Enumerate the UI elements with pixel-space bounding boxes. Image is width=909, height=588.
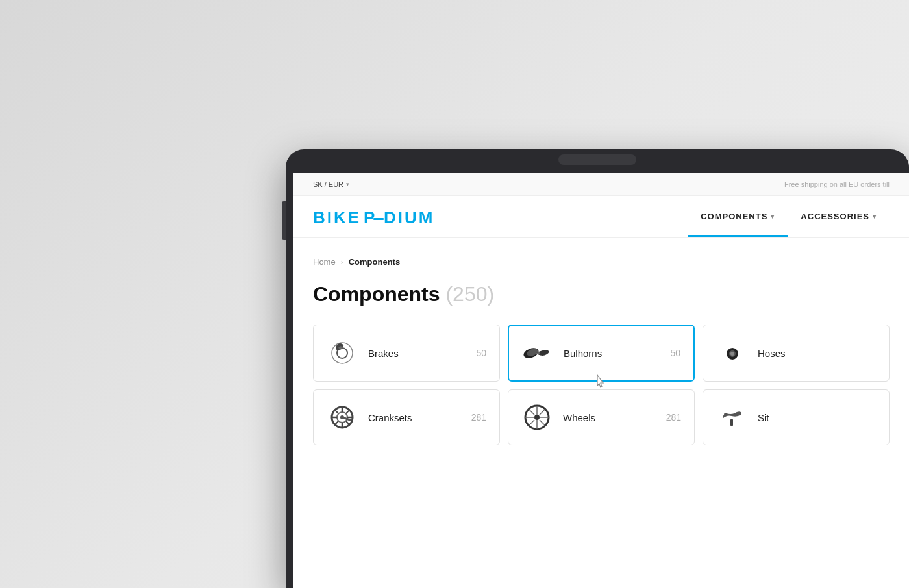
svg-line-29 [529, 409, 534, 415]
bulhorns-info: Bulhorns 50 [564, 348, 680, 359]
hoses-name: Hoses [758, 348, 786, 359]
logo[interactable]: BIKE P DIUM [313, 205, 436, 228]
category-card-cranksets[interactable]: Cranksets 281 [313, 389, 500, 445]
free-shipping-banner: Free shipping on all EU orders till [784, 180, 890, 188]
cranksets-icon [327, 402, 358, 433]
page-title: Components (250) [313, 282, 890, 306]
svg-line-32 [529, 420, 534, 426]
category-card-hoses[interactable]: Hoses [703, 325, 890, 382]
svg-text:DIUM: DIUM [384, 208, 434, 227]
nav-label-components: COMPONENTS [701, 212, 767, 221]
sit-name: Sit [758, 412, 769, 423]
nav-bar: BIKE P DIUM COMPONENTS ▾ ACCESSORIES ▾ [293, 196, 909, 238]
bulhorns-count: 50 [670, 348, 680, 358]
brakes-name: Brakes [368, 348, 399, 359]
brakes-count: 50 [476, 348, 486, 358]
tablet-screen: SK / EUR ▾ Free shipping on all EU order… [293, 173, 909, 588]
locale-chevron: ▾ [346, 181, 349, 188]
brakes-svg [328, 339, 356, 367]
page-title-count: (250) [445, 282, 494, 306]
svg-line-30 [540, 420, 545, 426]
hoses-svg [717, 339, 746, 367]
bulhorns-icon [522, 337, 553, 369]
brakes-icon [327, 337, 358, 369]
locale-selector[interactable]: SK / EUR ▾ [313, 180, 349, 188]
hoses-info: Hoses [758, 348, 876, 359]
brakes-info: Brakes 50 [368, 348, 486, 359]
components-chevron: ▾ [771, 213, 775, 220]
nav-item-components[interactable]: COMPONENTS ▾ [688, 196, 788, 237]
svg-line-19 [346, 421, 350, 425]
nav-item-accessories[interactable]: ACCESSORIES ▾ [788, 196, 890, 237]
locale-label: SK / EUR [313, 180, 343, 188]
main-content: Home › Components Components (250) [293, 238, 909, 465]
sit-icon [716, 402, 747, 433]
category-card-brakes[interactable]: Brakes 50 [313, 325, 500, 382]
svg-point-24 [534, 415, 540, 420]
svg-line-20 [346, 410, 350, 413]
tablet-frame: SK / EUR ▾ Free shipping on all EU order… [286, 149, 909, 588]
svg-rect-33 [730, 419, 733, 426]
bulhorns-svg [522, 339, 553, 367]
cranksets-count: 281 [471, 412, 486, 423]
hoses-icon [716, 337, 747, 369]
nav-label-accessories: ACCESSORIES [801, 212, 869, 221]
wheels-icon [521, 402, 553, 433]
category-card-wheels[interactable]: Wheels 281 [508, 389, 695, 445]
wheels-name: Wheels [563, 412, 595, 423]
wheels-count: 281 [666, 412, 681, 423]
svg-line-18 [334, 410, 338, 413]
breadcrumb-current: Components [349, 257, 400, 267]
wheels-info: Wheels 281 [563, 412, 681, 423]
wheels-svg [523, 403, 551, 432]
sit-svg [717, 403, 746, 432]
cranksets-info: Cranksets 281 [368, 412, 486, 423]
logo-svg: BIKE P DIUM [313, 205, 436, 228]
cranksets-svg [328, 403, 356, 432]
bulhorns-name: Bulhorns [564, 348, 602, 359]
tablet-notch [558, 154, 636, 165]
svg-line-31 [540, 409, 545, 415]
breadcrumb: Home › Components [313, 257, 890, 267]
tablet-side-button [282, 201, 286, 240]
svg-text:P: P [364, 208, 377, 227]
nav-links: COMPONENTS ▾ ACCESSORIES ▾ [688, 196, 890, 237]
svg-rect-2 [373, 218, 384, 220]
svg-line-21 [334, 421, 338, 425]
svg-text:BIKE: BIKE [313, 208, 361, 227]
breadcrumb-home[interactable]: Home [313, 257, 336, 267]
category-grid: Brakes 50 Bulhorns [313, 325, 890, 445]
breadcrumb-separator: › [341, 258, 343, 267]
svg-rect-10 [730, 352, 734, 356]
cranksets-name: Cranksets [368, 412, 412, 423]
accessories-chevron: ▾ [873, 213, 877, 220]
sit-info: Sit [758, 412, 876, 423]
category-card-sit[interactable]: Sit [703, 389, 890, 445]
page-title-text: Components [313, 282, 440, 306]
top-bar: SK / EUR ▾ Free shipping on all EU order… [293, 173, 909, 196]
category-card-bulhorns[interactable]: Bulhorns 50 [508, 325, 695, 382]
